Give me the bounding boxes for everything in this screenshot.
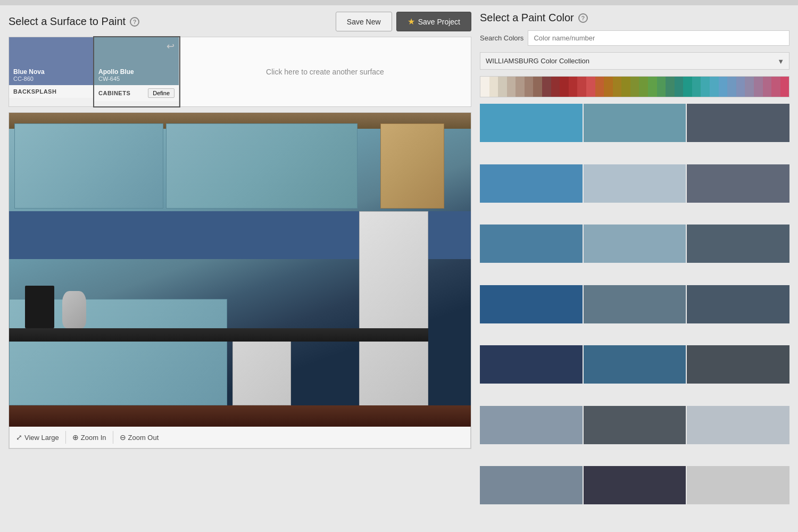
color-strip-segment[interactable] — [639, 77, 648, 97]
define-button[interactable]: Define — [148, 88, 174, 98]
top-bar — [0, 0, 798, 5]
left-panel: Select a Surface to Paint ? Save New ★ S… — [9, 12, 471, 526]
color-swatch[interactable] — [480, 164, 583, 203]
surface-tile-cabinets[interactable]: ↩ Apollo Blue CW-645 CABINETS Define — [94, 37, 179, 106]
header-buttons: Save New ★ Save Project — [336, 12, 471, 31]
save-project-label: Save Project — [418, 18, 460, 26]
color-strip-segment[interactable] — [754, 77, 763, 97]
color-strip-segment[interactable] — [710, 77, 719, 97]
color-strip-segment[interactable] — [648, 77, 657, 97]
color-strip-segment[interactable] — [525, 77, 534, 97]
save-project-button[interactable]: ★ Save Project — [396, 12, 471, 31]
backsplash-label-row: BACKSPLASH — [9, 85, 94, 98]
color-strip-segment[interactable] — [675, 77, 684, 97]
color-strip-segment[interactable] — [780, 77, 789, 97]
image-toolbar: ⤢ View Large ⊕ Zoom In ⊖ Zoom Out — [9, 427, 471, 448]
backsplash-color-name: Blue Nova — [13, 68, 89, 76]
color-swatch[interactable] — [584, 225, 686, 263]
view-large-label: View Large — [24, 434, 59, 442]
right-help-icon[interactable]: ? — [578, 13, 588, 23]
color-swatch[interactable] — [480, 406, 583, 444]
color-strip-segment[interactable] — [560, 77, 569, 97]
color-swatch[interactable] — [687, 285, 789, 323]
save-new-button[interactable]: Save New — [336, 12, 392, 31]
right-panel: Select a Paint Color ? Search Colors WIL… — [480, 12, 789, 526]
color-swatch[interactable] — [584, 466, 686, 504]
image-container: ⤢ View Large ⊕ Zoom In ⊖ Zoom Out — [9, 112, 471, 449]
color-swatch[interactable] — [480, 285, 583, 323]
main-content: Select a Surface to Paint ? Save New ★ S… — [0, 5, 798, 532]
color-swatch[interactable] — [584, 406, 686, 444]
zoom-out-button[interactable]: ⊖ Zoom Out — [113, 431, 165, 444]
color-strip-segment[interactable] — [745, 77, 754, 97]
color-grid — [480, 104, 789, 526]
coffee-maker — [25, 286, 54, 328]
surfaces-row: Blue Nova CC-860 BACKSPLASH ↩ Apollo Blu… — [9, 37, 471, 107]
color-strip-segment[interactable] — [533, 77, 542, 97]
color-strip-segment[interactable] — [489, 77, 498, 97]
star-icon: ★ — [408, 16, 415, 27]
color-swatch[interactable] — [480, 466, 583, 504]
color-strip-segment[interactable] — [516, 77, 525, 97]
color-strip-segment[interactable] — [692, 77, 701, 97]
search-input[interactable] — [528, 30, 789, 46]
color-swatch[interactable] — [584, 164, 686, 203]
color-strip-segment[interactable] — [683, 77, 692, 97]
color-swatch[interactable] — [687, 104, 789, 142]
color-swatch[interactable] — [584, 285, 686, 323]
undo-icon[interactable]: ↩ — [167, 40, 174, 52]
right-header: Select a Paint Color ? — [480, 12, 789, 24]
upper-cabinet-left — [14, 123, 163, 209]
surface-tile-backsplash[interactable]: Blue Nova CC-860 BACKSPLASH — [9, 37, 94, 106]
color-strip-segment[interactable] — [507, 77, 516, 97]
color-strip-segment[interactable] — [498, 77, 507, 97]
color-strip-segment[interactable] — [480, 77, 489, 97]
right-panel-title: Select a Paint Color — [480, 12, 574, 24]
color-swatch[interactable] — [584, 345, 686, 384]
color-strip-segment[interactable] — [701, 77, 710, 97]
color-swatch[interactable] — [687, 225, 789, 263]
color-swatch[interactable] — [480, 104, 583, 142]
collection-selector[interactable]: WILLIAMSBURG Color Collection Benjamin M… — [480, 52, 789, 70]
color-strip-segment[interactable] — [542, 77, 551, 97]
floor — [9, 405, 471, 427]
color-swatch[interactable] — [480, 345, 583, 384]
color-strip-segment[interactable] — [569, 77, 578, 97]
color-strip-segment[interactable] — [657, 77, 666, 97]
page-title: Select a Surface to Paint — [9, 15, 126, 28]
color-strip[interactable] — [480, 76, 789, 97]
color-swatch[interactable] — [687, 345, 789, 384]
color-strip-segment[interactable] — [621, 77, 630, 97]
help-icon[interactable]: ? — [130, 17, 139, 27]
expand-icon: ⤢ — [16, 433, 22, 442]
add-surface-tile[interactable]: Click here to create another surface — [179, 37, 471, 106]
color-strip-segment[interactable] — [727, 77, 736, 97]
color-swatch[interactable] — [687, 406, 789, 444]
color-swatch[interactable] — [480, 225, 583, 263]
color-strip-segment[interactable] — [613, 77, 622, 97]
color-strip-segment[interactable] — [551, 77, 560, 97]
color-strip-segment[interactable] — [719, 77, 728, 97]
color-strip-segment[interactable] — [736, 77, 745, 97]
backsplash-label: BACKSPLASH — [13, 88, 56, 95]
collection-wrapper: WILLIAMSBURG Color Collection Benjamin M… — [480, 52, 789, 70]
color-strip-segment[interactable] — [586, 77, 595, 97]
color-strip-segment[interactable] — [595, 77, 604, 97]
view-large-button[interactable]: ⤢ View Large — [16, 431, 66, 444]
backsplash-color-preview: Blue Nova CC-860 — [9, 37, 94, 85]
color-strip-segment[interactable] — [763, 77, 772, 97]
color-strip-segment[interactable] — [577, 77, 586, 97]
color-strip-segment[interactable] — [666, 77, 675, 97]
color-swatch[interactable] — [584, 104, 686, 142]
color-swatch[interactable] — [687, 164, 789, 203]
color-strip-segment[interactable] — [604, 77, 613, 97]
panel-title-group: Select a Surface to Paint ? — [9, 15, 139, 28]
backsplash-color-code: CC-860 — [13, 76, 89, 82]
zoom-in-label: Zoom In — [81, 434, 106, 442]
upper-cabinet-center — [166, 123, 358, 209]
cabinets-color-preview: ↩ Apollo Blue CW-645 — [94, 37, 179, 85]
color-strip-segment[interactable] — [771, 77, 780, 97]
color-strip-segment[interactable] — [630, 77, 639, 97]
color-swatch[interactable] — [687, 466, 789, 504]
zoom-in-button[interactable]: ⊕ Zoom In — [66, 431, 113, 444]
